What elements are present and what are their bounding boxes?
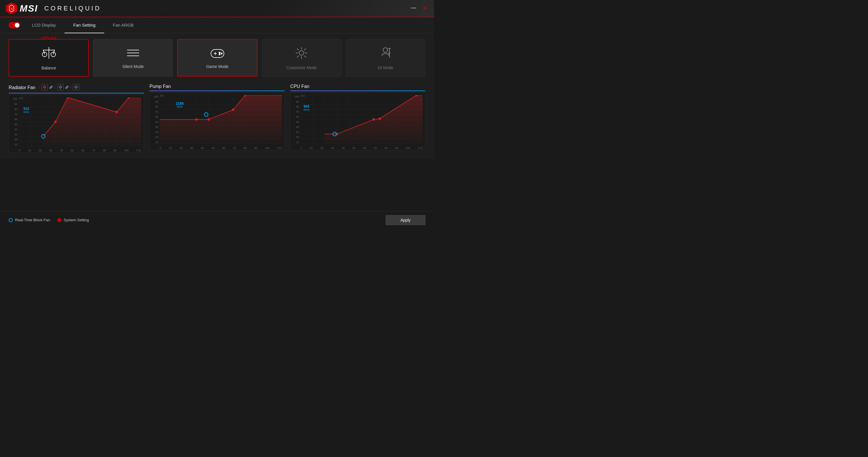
product-name-text: CORELIQUID	[44, 5, 101, 12]
radiator-fan-title: Radiator Fan	[9, 85, 36, 90]
svg-point-10	[221, 53, 222, 54]
x-label-40: 40	[60, 149, 63, 152]
legend-system: System Setting	[57, 218, 89, 222]
tab-lcd[interactable]: LCD Display	[23, 18, 64, 33]
mode-card-silent[interactable]: Silent Mode	[93, 39, 173, 77]
y-label-30: 30	[9, 133, 18, 136]
fan2-link-icon: 🔗	[65, 86, 69, 89]
mode-card-game[interactable]: Game Mode	[177, 39, 257, 77]
svg-text:⚔: ⚔	[10, 7, 13, 11]
x-label-60: 60	[82, 149, 85, 152]
title-bar: ⚔ MSI CORELIQUID — ✕	[0, 0, 434, 18]
x-label-90: 90	[114, 149, 117, 152]
svg-point-13	[383, 48, 388, 52]
svg-point-9	[219, 52, 220, 53]
minimize-button[interactable]: —	[410, 5, 417, 12]
applied-label: APPLIED	[41, 36, 57, 40]
x-label-0: 0	[19, 149, 20, 152]
msi-brand-text: MSI	[20, 3, 38, 14]
gi-label: GI Mode	[378, 65, 394, 70]
legend: Real-Time Block Fan System Setting	[9, 218, 89, 222]
close-button[interactable]: ✕	[421, 5, 428, 12]
pump-rpm-tooltip: 2189 RPM	[176, 101, 184, 108]
cpu-fan-title: CPU Fan	[290, 84, 425, 89]
cpu-rpm-unit: RPM	[304, 108, 309, 111]
legend-realtime-icon	[9, 218, 13, 222]
pump-rpm-unit: RPM	[177, 105, 183, 108]
svg-point-73	[232, 108, 234, 111]
game-icon	[210, 47, 225, 61]
balance-icon	[42, 46, 56, 63]
fan3-icon[interactable]	[73, 84, 79, 90]
pump-fan-title: Pump Fan	[150, 84, 285, 89]
fan-section-pump: Pump Fan (%) 100 90 80 70 60 50 40 30 20…	[150, 84, 285, 153]
lcd-toggle[interactable]	[9, 22, 20, 28]
game-label: Game Mode	[206, 64, 228, 69]
svg-point-71	[195, 118, 197, 121]
mode-cards: APPLIED Balance	[9, 39, 425, 77]
radiator-rpm-unit: RPM	[24, 111, 29, 114]
gi-icon	[378, 46, 392, 63]
title-controls: — ✕	[410, 5, 428, 12]
pump-fan-line	[150, 91, 285, 91]
fan2-icon[interactable]	[57, 84, 64, 90]
svg-point-47	[41, 134, 45, 138]
apply-button[interactable]: Apply	[386, 215, 425, 225]
svg-point-12	[299, 51, 304, 55]
y-label-20: 20	[9, 138, 18, 141]
x-label-10: 10	[28, 149, 31, 152]
y-label-100: 100	[9, 97, 18, 100]
fan-graphs: Radiator Fan 1 🔗 2	[9, 84, 425, 153]
title-bar-left: ⚔ MSI CORELIQUID	[6, 3, 101, 14]
x-label-30: 30	[50, 149, 52, 152]
y-label-40: 40	[9, 128, 18, 131]
cpu-fan-line	[290, 91, 425, 91]
fan3-num: 3	[70, 86, 72, 89]
svg-point-102	[379, 118, 381, 120]
radiator-graph-svg	[19, 97, 141, 146]
y-label-60: 60	[9, 118, 18, 121]
y-label-50: 50	[9, 123, 18, 126]
mode-card-gi[interactable]: GI Mode	[346, 39, 425, 77]
mode-card-customize[interactable]: Customize Mode	[262, 39, 341, 77]
fan1-link-icon: 🔗	[49, 86, 53, 89]
x-label-100: 100	[124, 149, 129, 152]
mode-card-balance[interactable]: APPLIED Balance	[9, 39, 89, 77]
cpu-rpm-value: 943	[304, 104, 309, 108]
svg-point-18	[60, 86, 61, 88]
tab-fan-setting[interactable]: Fan Setting	[64, 18, 104, 33]
legend-system-label: System Setting	[64, 218, 89, 222]
svg-point-11	[219, 54, 220, 55]
legend-realtime-label: Real-Time Block Fan	[15, 218, 50, 222]
svg-point-104	[333, 132, 337, 136]
radiator-rpm-value: 512	[24, 107, 29, 111]
cpu-fan-graph[interactable]: (%) 100 90 80 70 60 50 40 30 20 10	[290, 93, 425, 151]
legend-system-icon	[57, 218, 61, 222]
fan1-icon[interactable]	[41, 84, 48, 90]
pump-rpm-value: 2189	[176, 101, 184, 105]
pump-fan-graph[interactable]: (%) 100 90 80 70 60 50 40 30 20 10	[150, 93, 285, 151]
fan2-num: 2	[54, 86, 56, 89]
svg-point-17	[44, 86, 45, 88]
legend-realtime: Real-Time Block Fan	[9, 218, 50, 222]
dragon-icon: ⚔	[6, 3, 18, 14]
fan-icons-row: 1 🔗 2	[38, 84, 80, 90]
tab-bar: LCD Display Fan Setting Fan ARGB	[0, 18, 434, 33]
radiator-rpm-tooltip: 512 RPM	[24, 107, 29, 114]
radiator-fan-line	[9, 93, 144, 93]
x-label-80: 80	[103, 149, 106, 152]
cpu-rpm-tooltip: 943 RPM	[304, 104, 309, 111]
msi-logo: ⚔ MSI	[6, 3, 38, 14]
svg-point-43	[54, 121, 57, 123]
tab-fan-argb[interactable]: Fan ARGB	[104, 18, 142, 33]
cpu-graph-svg	[300, 95, 423, 144]
y-label-80: 80	[9, 107, 18, 110]
y-label-90: 90	[9, 103, 18, 105]
main-content: APPLIED Balance	[0, 33, 434, 159]
svg-point-45	[116, 111, 118, 113]
x-unit: (°C)	[136, 149, 141, 152]
silent-icon	[126, 47, 140, 61]
customize-label: Customize Mode	[286, 65, 317, 70]
bottom-bar: Real-Time Block Fan System Setting Apply	[0, 211, 434, 228]
radiator-fan-graph[interactable]: (%) 100 90 80 70 60 50 40 30 20 10	[9, 95, 144, 153]
